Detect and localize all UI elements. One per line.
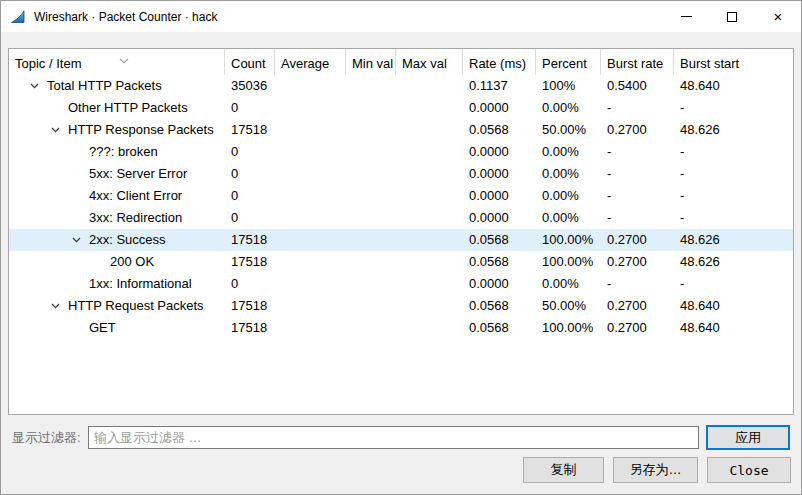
cell-burst-start: 48.640 xyxy=(674,75,792,97)
expand-chevron-icon[interactable] xyxy=(72,237,89,243)
column-header-min-val[interactable]: Min val xyxy=(346,49,396,75)
cell-burst-rate: 0.2700 xyxy=(601,295,674,317)
cell-percent: 0.00% xyxy=(536,273,601,295)
cell-count: 0 xyxy=(225,97,275,119)
cell-topic: 200 OK xyxy=(9,251,225,273)
maximize-icon xyxy=(727,12,737,22)
table-row[interactable]: Total HTTP Packets350360.1137100%0.54004… xyxy=(9,75,793,97)
column-header-topic-item[interactable]: Topic / Item xyxy=(9,49,225,75)
cell-percent: 100% xyxy=(536,75,601,97)
table-row[interactable]: 1xx: Informational00.00000.00%-- xyxy=(9,273,793,295)
table-row[interactable]: 5xx: Server Error00.00000.00%-- xyxy=(9,163,793,185)
cell-topic: ???: broken xyxy=(9,141,225,163)
topic-label: ???: broken xyxy=(89,141,158,163)
cell-burst-start: - xyxy=(674,97,792,119)
table-row[interactable]: HTTP Request Packets175180.056850.00%0.2… xyxy=(9,295,793,317)
minimize-button[interactable] xyxy=(663,1,709,32)
cell-topic: 3xx: Redirection xyxy=(9,207,225,229)
maximize-button[interactable] xyxy=(709,1,755,32)
cell-count: 0 xyxy=(225,141,275,163)
packet-counter-table: Topic / ItemCountAverageMin valMax valRa… xyxy=(8,48,794,415)
cell-rate-ms: 0.0568 xyxy=(463,229,536,251)
table-row[interactable]: Other HTTP Packets00.00000.00%-- xyxy=(9,97,793,119)
expand-chevron-icon[interactable] xyxy=(51,127,68,133)
cell-burst-rate: - xyxy=(601,97,674,119)
cell-topic: Total HTTP Packets xyxy=(9,75,225,97)
cell-percent: 0.00% xyxy=(536,141,601,163)
cell-percent: 100.00% xyxy=(536,317,601,339)
minimize-icon xyxy=(681,16,692,17)
column-header-max-val[interactable]: Max val xyxy=(396,49,463,75)
expand-chevron-icon[interactable] xyxy=(51,303,68,309)
cell-percent: 100.00% xyxy=(536,251,601,273)
cell-percent: 0.00% xyxy=(536,97,601,119)
cell-burst-start: - xyxy=(674,163,792,185)
cell-burst-rate: 0.2700 xyxy=(601,317,674,339)
wireshark-icon xyxy=(10,9,26,25)
save-as-button[interactable]: 另存为… xyxy=(613,457,698,483)
cell-rate-ms: 0.0000 xyxy=(463,163,536,185)
cell-rate-ms: 0.0568 xyxy=(463,119,536,141)
cell-count: 17518 xyxy=(225,119,275,141)
cell-rate-ms: 0.0568 xyxy=(463,251,536,273)
copy-button[interactable]: 复制 xyxy=(523,457,604,483)
topic-label: Total HTTP Packets xyxy=(47,75,162,97)
column-header-average[interactable]: Average xyxy=(275,49,346,75)
cell-count: 17518 xyxy=(225,317,275,339)
display-filter-input[interactable] xyxy=(88,426,699,449)
close-icon: × xyxy=(774,9,783,24)
close-window-button[interactable]: × xyxy=(755,1,801,32)
dialog-content: Topic / ItemCountAverageMin valMax valRa… xyxy=(1,32,801,494)
cell-burst-rate: 0.5400 xyxy=(601,75,674,97)
topic-label: 5xx: Server Error xyxy=(89,163,187,185)
column-header-rate-ms-[interactable]: Rate (ms) xyxy=(463,49,536,75)
table-row[interactable]: ???: broken00.00000.00%-- xyxy=(9,141,793,163)
expand-chevron-icon[interactable] xyxy=(30,83,47,89)
table-row[interactable]: 2xx: Success175180.0568100.00%0.270048.6… xyxy=(9,229,793,251)
apply-button[interactable]: 应用 xyxy=(706,425,790,450)
sort-indicator-icon xyxy=(119,50,129,68)
topic-label: GET xyxy=(89,317,116,339)
cell-burst-rate: - xyxy=(601,141,674,163)
cell-burst-rate: - xyxy=(601,207,674,229)
column-header-count[interactable]: Count xyxy=(225,49,275,75)
cell-topic: 2xx: Success xyxy=(9,229,225,251)
cell-burst-start: 48.626 xyxy=(674,251,792,273)
cell-topic: HTTP Request Packets xyxy=(9,295,225,317)
packet-counter-window: Wireshark · Packet Counter · hack × Topi… xyxy=(0,0,802,495)
titlebar: Wireshark · Packet Counter · hack × xyxy=(1,1,801,32)
cell-rate-ms: 0.0000 xyxy=(463,97,536,119)
cell-count: 17518 xyxy=(225,251,275,273)
cell-burst-rate: - xyxy=(601,273,674,295)
cell-topic: 5xx: Server Error xyxy=(9,163,225,185)
cell-burst-rate: 0.2700 xyxy=(601,119,674,141)
cell-topic: GET xyxy=(9,317,225,339)
cell-rate-ms: 0.0000 xyxy=(463,141,536,163)
table-row[interactable]: 200 OK175180.0568100.00%0.270048.626 xyxy=(9,251,793,273)
column-header-percent[interactable]: Percent xyxy=(536,49,601,75)
table-row[interactable]: 4xx: Client Error00.00000.00%-- xyxy=(9,185,793,207)
topic-label: 3xx: Redirection xyxy=(89,207,182,229)
cell-count: 0 xyxy=(225,163,275,185)
cell-rate-ms: 0.0568 xyxy=(463,317,536,339)
cell-percent: 100.00% xyxy=(536,229,601,251)
topic-label: HTTP Request Packets xyxy=(68,295,204,317)
topic-label: 4xx: Client Error xyxy=(89,185,182,207)
topic-label: 2xx: Success xyxy=(89,229,166,251)
column-header-burst-start[interactable]: Burst start xyxy=(674,49,793,75)
table-header: Topic / ItemCountAverageMin valMax valRa… xyxy=(9,49,793,75)
cell-burst-start: - xyxy=(674,273,792,295)
cell-percent: 0.00% xyxy=(536,185,601,207)
cell-burst-rate: 0.2700 xyxy=(601,251,674,273)
table-row[interactable]: HTTP Response Packets175180.056850.00%0.… xyxy=(9,119,793,141)
topic-label: HTTP Response Packets xyxy=(68,119,214,141)
cell-topic: 4xx: Client Error xyxy=(9,185,225,207)
close-button[interactable]: Close xyxy=(707,457,791,483)
column-header-burst-rate[interactable]: Burst rate xyxy=(601,49,674,75)
cell-burst-start: - xyxy=(674,207,792,229)
cell-percent: 0.00% xyxy=(536,163,601,185)
table-row[interactable]: GET175180.0568100.00%0.270048.640 xyxy=(9,317,793,339)
table-row[interactable]: 3xx: Redirection00.00000.00%-- xyxy=(9,207,793,229)
cell-rate-ms: 0.0000 xyxy=(463,185,536,207)
cell-burst-start: - xyxy=(674,185,792,207)
